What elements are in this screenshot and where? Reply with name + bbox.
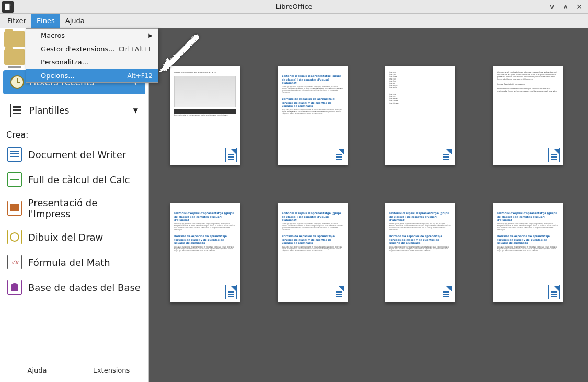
svg-rect-0 <box>5 3 10 9</box>
open-file-icon[interactable] <box>4 31 25 47</box>
submenu-arrow-icon: ▶ <box>148 32 153 38</box>
math-icon: √x <box>7 255 22 269</box>
app-icon <box>2 1 14 13</box>
menu-options[interactable]: Opcions... Alt+F12 <box>26 69 158 82</box>
menu-options-shortcut: Alt+F12 <box>128 72 153 80</box>
draw-icon <box>7 230 22 244</box>
document-thumbnail[interactable]: Editorial d'espais d'aprenentatge (grups… <box>170 203 240 302</box>
create-draw[interactable]: Dibuix del Draw <box>0 224 148 250</box>
menu-eines[interactable]: Eines <box>31 14 60 28</box>
menu-ajuda[interactable]: Ajuda <box>60 14 90 28</box>
writer-badge-icon <box>548 148 560 162</box>
document-thumbnail[interactable]: Aliquam erat volutpat donec sit amet mas… <box>493 66 563 165</box>
create-impress-label: Presentació de l'Impress <box>28 197 141 219</box>
create-calc[interactable]: Full de càlcul del Calc <box>0 167 148 192</box>
sidebar-extensions-link[interactable]: Extensions <box>74 358 148 382</box>
create-draw-label: Dibuix del Draw <box>28 232 103 243</box>
recent-thumbnails-area: Lorem ipsum dolor sit amet consecteturPr… <box>149 28 588 382</box>
create-base[interactable]: Base de dades del Base <box>0 275 148 300</box>
chevron-down-icon: ▼ <box>133 107 138 114</box>
create-math-label: Fórmula del Math <box>28 257 110 268</box>
document-thumbnail[interactable]: Editorial d'espais d'aprenentatge (grups… <box>278 203 348 302</box>
create-writer-label: Document del Writer <box>28 149 126 160</box>
open-remote-icon[interactable] <box>4 49 25 65</box>
create-base-label: Base de dades del Base <box>28 282 141 293</box>
writer-badge-icon <box>441 148 452 162</box>
maximize-button[interactable]: ∧ <box>562 3 569 10</box>
writer-badge-icon <box>333 148 344 162</box>
create-calc-label: Full de càlcul del Calc <box>28 174 130 185</box>
menu-options-label: Opcions... <box>41 72 75 80</box>
writer-icon <box>7 147 22 162</box>
writer-badge-icon <box>225 285 237 299</box>
writer-badge-icon <box>548 285 560 299</box>
menu-customize[interactable]: Personalitza... <box>26 55 158 69</box>
menubar: Fitxer Eines Ajuda <box>0 14 588 28</box>
impress-icon <box>7 201 22 216</box>
writer-badge-icon <box>441 285 452 299</box>
titlebar: LibreOffice ∨ ∧ ✕ <box>0 0 588 14</box>
close-button[interactable]: ✕ <box>575 3 583 10</box>
template-icon <box>10 104 24 117</box>
document-thumbnail[interactable]: line oneline twoline threeline fourline … <box>385 66 455 165</box>
menu-extension-manager[interactable]: Gestor d'extensions... Ctrl+Alt+E <box>26 42 158 55</box>
clock-icon <box>10 75 24 89</box>
writer-badge-icon <box>333 285 344 299</box>
menu-extmgr-shortcut: Ctrl+Alt+E <box>119 46 153 53</box>
sidebar-templates[interactable]: Plantilles ▼ <box>3 98 145 122</box>
window-title: LibreOffice <box>275 3 312 10</box>
create-impress[interactable]: Presentació de l'Impress <box>0 192 148 224</box>
document-thumbnail[interactable]: Editorial d'espais d'aprenentatge (grups… <box>278 66 348 165</box>
create-heading: Crea: <box>0 125 148 142</box>
minimize-button[interactable]: ∨ <box>548 3 556 10</box>
tools-dropdown: Macros ▶ Gestor d'extensions... Ctrl+Alt… <box>26 28 158 83</box>
sidebar-templates-label: Plantilles <box>29 105 69 116</box>
create-math[interactable]: √x Fórmula del Math <box>0 250 148 275</box>
sidebar-help-link[interactable]: Ajuda <box>0 358 74 382</box>
menu-macros-label: Macros <box>41 31 65 39</box>
menu-customize-label: Personalitza... <box>41 58 88 66</box>
document-thumbnail[interactable]: Editorial d'espais d'aprenentatge (grups… <box>493 203 563 302</box>
menu-macros[interactable]: Macros ▶ <box>26 29 158 42</box>
calc-icon <box>7 172 22 187</box>
writer-badge-icon <box>225 148 237 162</box>
menu-extmgr-label: Gestor d'extensions... <box>41 45 115 53</box>
document-thumbnail[interactable]: Editorial d'espais d'aprenentatge (grups… <box>385 203 455 302</box>
menu-fitxer[interactable]: Fitxer <box>2 14 31 28</box>
document-thumbnail[interactable]: Lorem ipsum dolor sit amet consecteturPr… <box>170 66 240 165</box>
create-writer[interactable]: Document del Writer <box>0 142 148 167</box>
base-icon <box>7 280 22 295</box>
